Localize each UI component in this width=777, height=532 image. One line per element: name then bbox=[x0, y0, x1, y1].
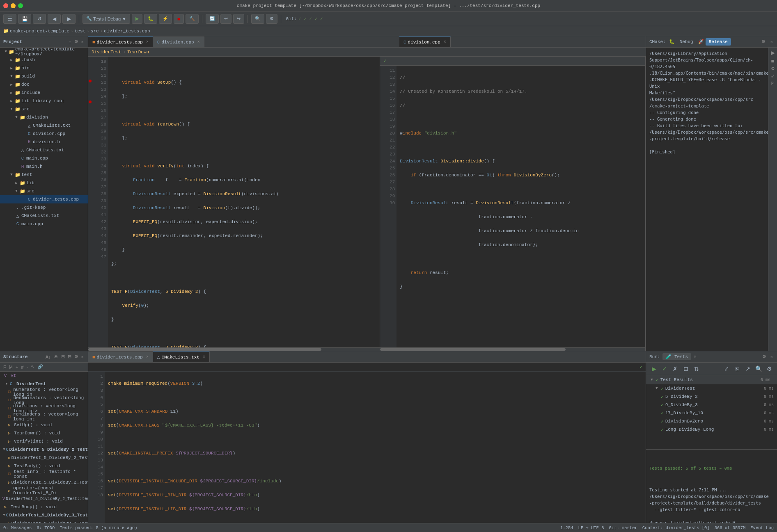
tree-item-src[interactable]: ▼ 📁 src bbox=[0, 105, 88, 113]
breadcrumb-src[interactable]: src bbox=[91, 29, 99, 34]
struct-dt5-testbody[interactable]: ▷ TestBody() : void bbox=[0, 462, 88, 470]
redo-btn[interactable]: ↪ bbox=[233, 14, 244, 24]
run-export-btn[interactable]: ↗ bbox=[743, 364, 752, 373]
tree-item-divider-tests[interactable]: C divider_tests.cpp bbox=[0, 195, 88, 203]
toolbar-menu-btn[interactable]: ☰ bbox=[3, 14, 16, 24]
code-content-right[interactable]: // // Created by Konstantin Gredeskoul o… bbox=[397, 66, 645, 347]
tree-item-root[interactable]: ▼ 📁 cmake-project-template ~/Dropbox/ bbox=[0, 48, 88, 56]
run-expand-btn[interactable]: ⤢ bbox=[722, 364, 731, 373]
settings-btn[interactable]: ⚙ bbox=[266, 14, 277, 24]
status-todo[interactable]: 6: TODO bbox=[37, 525, 55, 530]
run-status-pass-btn[interactable]: ✓ bbox=[660, 364, 669, 373]
code-content-left[interactable]: virtual void SetUp() { }; virtual void T… bbox=[108, 57, 380, 347]
filter-private-btn[interactable]: - bbox=[25, 364, 29, 370]
debug-btn[interactable]: 🐛 bbox=[144, 14, 157, 24]
struct-dt5-testinfo[interactable]: □ test_info_ : TestInfo * const bbox=[0, 470, 88, 478]
test-9divideby3[interactable]: ✓ 9_DivideBy_3 0 ms bbox=[646, 401, 777, 409]
stop-btn[interactable]: ■ bbox=[174, 14, 184, 24]
cmake-copy-btn[interactable]: ⎘ bbox=[770, 80, 775, 86]
tree-item-test-src[interactable]: ▼ 📁 src bbox=[0, 187, 88, 195]
status-messages[interactable]: 0: Messages bbox=[3, 525, 32, 530]
struct-denominators[interactable]: □ denominators : vector<long long bbox=[0, 396, 88, 404]
close-config-btn[interactable]: × bbox=[694, 354, 697, 359]
cmake-close-btn[interactable]: × bbox=[770, 39, 774, 45]
filter-public-btn[interactable]: + bbox=[15, 364, 19, 370]
scrollbar-right[interactable] bbox=[380, 347, 645, 351]
settings-project-btn[interactable]: ⚙ bbox=[73, 39, 79, 45]
tree-item-test[interactable]: ▼ 📁 test bbox=[0, 171, 88, 179]
filter-protected-btn[interactable]: # bbox=[20, 364, 24, 370]
tab-close[interactable]: × bbox=[203, 355, 205, 359]
search-everywhere-btn[interactable]: 🔍 bbox=[251, 14, 264, 24]
tab-close-btn[interactable]: × bbox=[197, 40, 200, 44]
struct-testbody-free[interactable]: ▷ TestBody() : void bbox=[0, 503, 88, 511]
tree-item-test-lib[interactable]: ▶ 📁 lib bbox=[0, 179, 88, 187]
toolbar-back-btn[interactable]: ◀ bbox=[48, 14, 61, 24]
tree-item-doc[interactable]: ▶ 📁 doc bbox=[0, 80, 88, 89]
struct-remainders[interactable]: □ remainders : vector<long long int bbox=[0, 413, 88, 421]
tree-item-division-h[interactable]: H division.h bbox=[0, 138, 88, 146]
collapse-all-btn[interactable]: ≡ bbox=[68, 39, 72, 45]
struct-dt9-ctor[interactable]: ▷ DividerTest_9_DivideBy_3_Test() bbox=[0, 519, 88, 523]
run-filter-btn[interactable]: ⊟ bbox=[681, 364, 690, 373]
cmake-settings-btn[interactable]: ⚙ bbox=[761, 39, 766, 45]
test-17divideby19[interactable]: ✓ 17_DivideBy_19 0 ms bbox=[646, 409, 777, 417]
struct-dt5-ctor[interactable]: ▷ DividerTest_5_DivideBy_2_Test() bbox=[0, 454, 88, 462]
code-editor-right[interactable]: 1112131415 1617181920 2122232425 2627282… bbox=[380, 66, 645, 347]
filter-fields-btn[interactable]: F bbox=[2, 364, 7, 370]
build-btn[interactable]: 🔨 bbox=[186, 14, 199, 24]
tree-item-division[interactable]: ▼ 📁 division bbox=[0, 113, 88, 121]
minimize-button[interactable] bbox=[11, 3, 16, 8]
cmake-settings2-btn[interactable]: ⚙ bbox=[770, 66, 776, 72]
cmake-run-btn[interactable]: ▶ bbox=[770, 49, 776, 56]
sort-alpha-btn[interactable]: A↓ bbox=[45, 354, 52, 360]
tree-item-bin[interactable]: ▶ 📁 bin bbox=[0, 64, 88, 72]
struct-numerators[interactable]: □ numerators : vector<long long in bbox=[0, 388, 88, 396]
struct-dt5-copy[interactable]: ▷ DividerTest_5_DivideBy_2_Test(c bbox=[0, 478, 88, 486]
maximize-button[interactable] bbox=[18, 3, 23, 8]
run-copy-btn[interactable]: ⎘ bbox=[733, 364, 742, 373]
tree-item-gitkeep[interactable]: . .git-keep bbox=[0, 203, 88, 212]
run-panel-settings[interactable]: ⚙ bbox=[761, 354, 767, 360]
struct-dt9[interactable]: ▼ C DividerTest_9_DivideBy_3_Test bbox=[0, 511, 88, 519]
tree-item-bash[interactable]: ▶ 📁 .bash bbox=[0, 56, 88, 64]
close-struct-btn[interactable]: × bbox=[80, 354, 85, 360]
test-divisionbyzero[interactable]: ✓ DivisionByZero 0 ms bbox=[646, 417, 777, 425]
cmake-tab-cmakelists[interactable]: △ CMakeLists.txt × bbox=[153, 352, 210, 362]
tree-item-main-h[interactable]: H main.h bbox=[0, 162, 88, 171]
struct-vi[interactable]: V VI bbox=[0, 372, 88, 380]
tab-close-btn[interactable]: × bbox=[146, 40, 149, 44]
tab-close-btn-2[interactable]: × bbox=[444, 40, 446, 44]
tab-close[interactable]: × bbox=[146, 355, 149, 359]
tests-config-label[interactable]: 🧪 Tests bbox=[662, 353, 691, 360]
breadcrumb-root[interactable]: 📁 cmake-project-template bbox=[3, 28, 69, 34]
tree-item-src-cmake[interactable]: △ CMakeLists.txt bbox=[0, 146, 88, 154]
close-project-panel-btn[interactable]: × bbox=[80, 39, 85, 45]
breadcrumb-test[interactable]: test bbox=[75, 29, 85, 34]
tree-item-lib[interactable]: ▶ 📁 lib library root bbox=[0, 97, 88, 105]
tree-item-include[interactable]: ▶ 📁 include bbox=[0, 89, 88, 97]
tab-division-cpp-1[interactable]: C division.cpp × bbox=[153, 37, 204, 47]
cmake-tab-divider[interactable]: ■ divider_tests.cpp × bbox=[88, 352, 153, 362]
toolbar-save-btn[interactable]: 💾 bbox=[18, 14, 31, 24]
test-5divideby2[interactable]: ✓ 5_DivideBy_2 0 ms bbox=[646, 393, 777, 401]
sort-visibility-btn[interactable]: 👁 bbox=[53, 354, 59, 360]
tree-item-cmake-div[interactable]: △ CMakeLists.txt bbox=[0, 121, 88, 130]
breadcrumb-file[interactable]: divider_tests.cpp bbox=[104, 29, 150, 34]
run-settings-btn[interactable]: ⚙ bbox=[765, 364, 774, 373]
run-tests-btn[interactable]: ▶ bbox=[649, 364, 658, 373]
cmake-expand-btn[interactable]: ⤢ bbox=[770, 73, 775, 79]
struct-dt5-op[interactable]: ▷ operator=(const DividerTest_5_Di bbox=[0, 486, 88, 495]
struct-divisions[interactable]: □ divisions : vector<long long int> bbox=[0, 404, 88, 413]
reload-cmake-btn[interactable]: 🔄 bbox=[206, 14, 219, 24]
tree-item-root-cmake[interactable]: △ CMakeLists.txt bbox=[0, 212, 88, 220]
test-longdivbylong[interactable]: ✓ Long_DivideBy_Long 0 ms bbox=[646, 425, 777, 434]
run-search-btn[interactable]: 🔍 bbox=[754, 364, 763, 373]
run-with-coverage-btn[interactable]: ⚡ bbox=[159, 14, 172, 24]
run-config-dropdown[interactable]: 🔧 Tests | Debug ▼ bbox=[83, 14, 130, 24]
tab-division-cpp-2[interactable]: C division.cpp × bbox=[399, 37, 451, 47]
undo-btn[interactable]: ↩ bbox=[220, 14, 231, 24]
run-status-fail-btn[interactable]: ✗ bbox=[671, 364, 680, 373]
scroll-to-source-btn[interactable]: ↖ bbox=[30, 364, 35, 370]
cmake-tab-release[interactable]: Release bbox=[706, 38, 731, 46]
